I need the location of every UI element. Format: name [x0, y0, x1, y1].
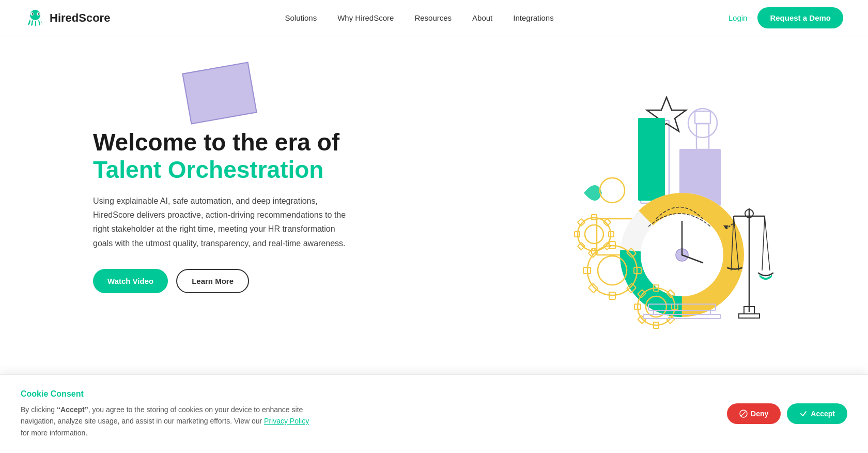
nav-right: Login Request a Demo	[729, 7, 843, 28]
svg-rect-50	[638, 315, 646, 324]
svg-rect-9	[695, 111, 710, 124]
svg-rect-62	[739, 314, 760, 318]
logo[interactable]: HiredScore	[25, 8, 110, 28]
nav-links: Solutions Why HiredScore Resources About…	[285, 13, 553, 22]
svg-rect-30	[588, 283, 598, 293]
navigation: HiredScore Solutions Why HiredScore Reso…	[0, 0, 868, 36]
deco-rectangle-top	[182, 62, 257, 124]
nav-why-hiredscore[interactable]: Why HiredScore	[337, 13, 394, 22]
logo-icon	[25, 8, 45, 28]
svg-point-11	[600, 178, 625, 203]
svg-point-4	[38, 13, 40, 14]
hero-description: Using explainable AI, safe automation, a…	[93, 194, 351, 250]
learn-more-button[interactable]: Learn More	[176, 269, 249, 293]
svg-line-59	[762, 216, 765, 270]
svg-point-31	[578, 218, 611, 251]
illustration-svg	[496, 69, 806, 353]
hero-buttons: Watch Video Learn More	[93, 269, 351, 293]
cookie-consent-banner: Cookie Consent By clicking “Accept”, you…	[0, 374, 868, 386]
svg-point-32	[585, 225, 603, 244]
nav-integrations[interactable]: Integrations	[513, 13, 553, 22]
hero-illustration	[496, 69, 806, 353]
nav-solutions[interactable]: Solutions	[285, 13, 317, 22]
hero-section: Welcome to the era of Talent Orchestrati…	[0, 36, 868, 386]
logo-text: HiredScore	[50, 11, 110, 25]
request-demo-button[interactable]: Request a Demo	[757, 7, 843, 28]
hero-title: Welcome to the era of Talent Orchestrati…	[93, 129, 351, 184]
nav-resources[interactable]: Resources	[414, 13, 452, 22]
watch-video-button[interactable]: Watch Video	[93, 269, 168, 293]
hero-title-accent: Talent Orchestration	[93, 156, 323, 183]
svg-rect-13	[638, 118, 665, 201]
svg-point-3	[32, 13, 34, 14]
svg-rect-49	[667, 315, 675, 324]
login-link[interactable]: Login	[729, 13, 748, 22]
nav-about[interactable]: About	[472, 13, 492, 22]
svg-line-60	[765, 216, 770, 270]
hero-content: Welcome to the era of Talent Orchestrati…	[93, 129, 351, 293]
